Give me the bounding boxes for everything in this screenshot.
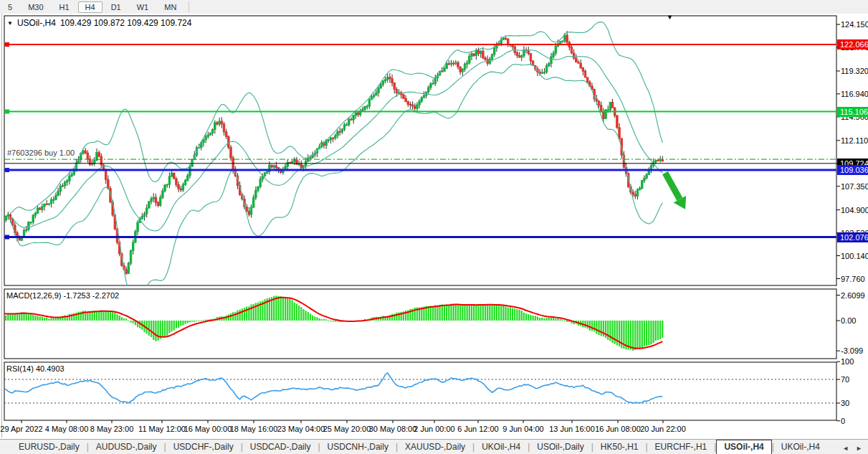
timeframe-button-m30[interactable]: M30: [21, 1, 50, 13]
price-tick: 112.110: [841, 136, 868, 145]
line-handle[interactable]: [5, 42, 9, 47]
date-tick-label: 16 Jun 08:00: [595, 425, 641, 433]
chart-tab-hk50-h1[interactable]: HK50-,H1: [593, 440, 646, 454]
date-tick-label: 2 Jun 00:00: [414, 425, 455, 433]
date-tick-label: 4 May 08:00: [45, 425, 89, 433]
price-tick: 107.350: [841, 182, 868, 191]
timeframe-button-d1[interactable]: D1: [104, 1, 128, 13]
chart-tab-eurchf-h1[interactable]: EURCHF-,H1: [648, 440, 715, 454]
rsi-tick: 100: [841, 357, 854, 366]
tab-scroll-right-icon[interactable]: ►: [856, 445, 862, 452]
date-tick-label: 13 Jun 16:00: [549, 425, 595, 433]
date-tick-label: 20 Jun 22:00: [640, 425, 686, 433]
rsi-tick: 30: [841, 399, 849, 407]
rsi-tick: 0: [841, 417, 845, 425]
chart-tab-usdchf-daily[interactable]: USDCHF-,Daily: [166, 440, 241, 454]
line-handle[interactable]: [5, 110, 9, 114]
date-tick-label: 9 Jun 04:00: [502, 425, 544, 433]
chart-tab-usoil-h4[interactable]: USOil-,H4: [716, 440, 771, 454]
trading-terminal-window: 5M30H1H4D1W1MN ▼ USOil-,H4 109.429 109.8…: [0, 0, 868, 454]
macd-panel-frame: [4, 289, 836, 359]
price-tick: 116.940: [841, 90, 868, 98]
price-tick: 97.760: [841, 275, 865, 283]
chart-tab-ukoil-h4[interactable]: UKOil-,H4: [474, 440, 528, 454]
macd-tick: -3.099: [841, 346, 863, 355]
tab-scroll-left-icon[interactable]: ◄: [842, 445, 849, 452]
date-tick-label: 29 Apr 2022: [0, 425, 42, 433]
chart-tab-audusd-daily[interactable]: AUDUSD-,Daily: [89, 440, 164, 454]
date-tick-label: 8 May 23:00: [90, 425, 134, 433]
date-tick-label: 16 May 00:00: [184, 425, 232, 433]
chart-dropdown-icon[interactable]: ▼: [7, 20, 13, 27]
chart-tab-usdcad-daily[interactable]: USDCAD-,Daily: [243, 440, 318, 454]
chart-tab-usoil-daily[interactable]: USOil-,Daily: [530, 440, 591, 454]
price-badge: 122.066: [837, 39, 868, 49]
price-badge: 102.076: [837, 232, 868, 242]
rsi-indicator-label: RSI(14) 40.4903: [6, 364, 65, 373]
chart-tab-xauusd-daily[interactable]: XAUUSD-,Daily: [398, 440, 472, 454]
chart-ohlc-values: 109.429 109.872 109.429 109.724: [60, 18, 192, 28]
rsi-panel-frame: [4, 362, 836, 420]
macd-tick: 2.6099: [841, 291, 865, 300]
timeframe-button-mn[interactable]: MN: [157, 1, 183, 13]
price-tick: 124.150: [841, 20, 868, 29]
main-panel-frame: [4, 16, 836, 285]
date-tick-label: 25 May 20:00: [323, 425, 371, 433]
macd-indicator-label: MACD(12,26,9) -1.7253 -2.2702: [6, 291, 119, 300]
timeframe-button-h4[interactable]: H4: [78, 1, 102, 13]
price-badge: 115.106: [837, 107, 868, 117]
chart-canvas[interactable]: [0, 14, 868, 439]
line-handle[interactable]: [5, 235, 9, 240]
timeframe-toolbar: 5M30H1H4D1W1MN: [0, 0, 868, 14]
chart-symbol-period: USOil-,H4: [17, 18, 56, 28]
timeframe-button-h1[interactable]: H1: [52, 1, 77, 13]
line-handle[interactable]: [5, 168, 9, 172]
macd-tick: 0.00: [841, 316, 856, 325]
date-tick-label: 6 Jun 12:00: [457, 425, 499, 433]
price-tick: 100.140: [841, 252, 868, 260]
date-tick-label: 11 May 12:00: [138, 425, 186, 433]
chart-title: ▼ USOil-,H4 109.429 109.872 109.429 109.…: [7, 18, 191, 28]
timeframe-button-5[interactable]: 5: [1, 1, 19, 13]
toolbar-separator: [189, 1, 189, 12]
date-tick-label: 23 May 04:00: [277, 425, 325, 433]
price-badge: 109.036: [837, 165, 868, 175]
chart-tab-ukoil-h4[interactable]: UKOil-,H4: [774, 440, 827, 454]
date-tick-label: 18 May 16:00: [230, 425, 278, 433]
chart-window[interactable]: ▼ USOil-,H4 109.429 109.872 109.429 109.…: [0, 14, 868, 439]
scroll-anchor-icon[interactable]: ▼: [667, 14, 673, 21]
open-order-label[interactable]: #7603296 buy 1.00: [7, 148, 75, 157]
chart-tab-eurusd-daily[interactable]: EURUSD-,Daily: [11, 440, 87, 454]
price-tick: 119.320: [841, 67, 868, 75]
chart-tab-bar: EURUSD-,Daily|AUDUSD-,Daily|USDCHF-,Dail…: [0, 439, 868, 454]
rsi-tick: 70: [841, 375, 849, 384]
timeframe-button-w1[interactable]: W1: [130, 1, 156, 13]
date-tick-label: 30 May 08:00: [369, 425, 417, 433]
price-tick: 104.900: [841, 206, 868, 214]
chart-tab-usdcnh-daily[interactable]: USDCNH-,Daily: [320, 440, 396, 454]
